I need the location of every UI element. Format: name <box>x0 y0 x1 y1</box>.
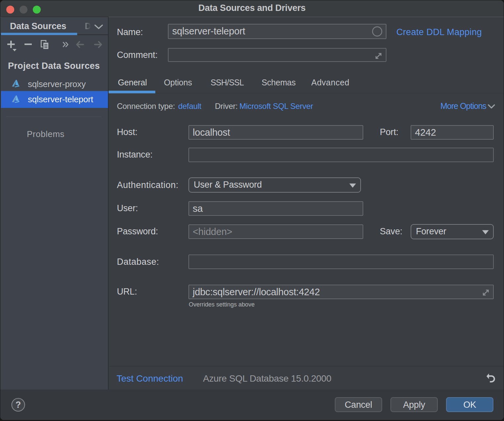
svg-text:?: ? <box>16 400 21 410</box>
